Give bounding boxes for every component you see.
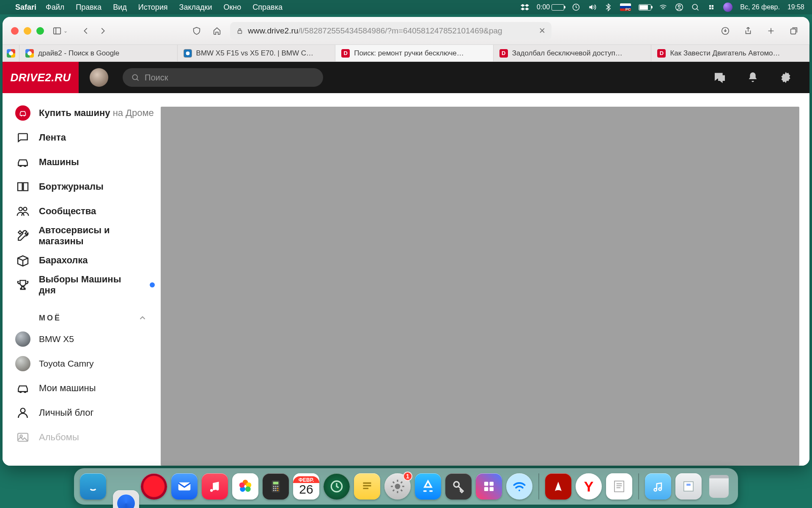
user-icon[interactable] xyxy=(675,3,683,11)
drive2-favicon-icon: D xyxy=(341,49,350,58)
tab-overview-button[interactable] xyxy=(787,25,801,37)
browser-tab[interactable]: DКак Завести Двигатель Автомо… xyxy=(651,45,809,61)
sidebar-icon xyxy=(52,26,62,36)
site-logo[interactable]: DRIVE2.RU xyxy=(3,62,79,93)
svg-point-24 xyxy=(275,486,276,487)
menu-bookmarks[interactable]: Закладки xyxy=(179,3,212,11)
window-close-button[interactable] xyxy=(11,27,19,35)
privacy-report-button[interactable] xyxy=(189,25,204,37)
window-zoom-button[interactable] xyxy=(36,27,44,35)
dock-app-settings[interactable]: 1 xyxy=(384,473,411,500)
sidebar-car-item[interactable]: BMW X5 xyxy=(15,327,155,351)
sidebar-item-my-blog[interactable]: Личный блог xyxy=(15,400,155,425)
bell-icon[interactable] xyxy=(746,71,760,84)
dock-app-notes[interactable] xyxy=(354,473,380,500)
dock-trash[interactable] xyxy=(706,473,732,500)
sidebar-car-item[interactable]: Toyota Camry xyxy=(15,351,155,376)
input-source-flag-icon[interactable] xyxy=(620,3,631,11)
sidebar-item-logbooks[interactable]: Бортжурналы xyxy=(15,174,155,199)
svg-point-3 xyxy=(693,4,698,9)
main-content xyxy=(159,93,809,466)
menubar-app-name[interactable]: Safari xyxy=(15,3,36,12)
wifi-icon[interactable] xyxy=(659,3,667,11)
volume-icon[interactable] xyxy=(588,3,596,11)
svg-point-8 xyxy=(132,75,137,80)
battery-status-1[interactable]: 0:00 xyxy=(537,3,564,11)
sidebar-item-label: Лента xyxy=(39,132,66,143)
menubar-time[interactable]: 19:58 xyxy=(787,3,804,11)
svg-point-31 xyxy=(277,490,278,491)
svg-point-26 xyxy=(273,488,274,489)
dock-app-safari[interactable] xyxy=(113,490,139,508)
dock-app-finder[interactable] xyxy=(80,473,106,500)
pinned-tab[interactable] xyxy=(3,45,19,61)
menu-help[interactable]: Справка xyxy=(252,3,283,11)
stop-reload-button[interactable]: ✕ xyxy=(539,26,546,36)
dock-app-calendar[interactable]: ФЕВР.26 xyxy=(293,473,319,500)
sidebar-item-cars[interactable]: Машины xyxy=(15,150,155,174)
dock-app-opera[interactable] xyxy=(141,473,167,500)
dock-app-photos[interactable] xyxy=(232,473,258,500)
back-button[interactable] xyxy=(79,25,93,37)
dock-app-textedit[interactable] xyxy=(606,473,632,500)
trash-icon xyxy=(709,475,729,498)
browser-tab[interactable]: BMW X5 F15 vs X5 E70. | BMW C… xyxy=(178,45,336,61)
browser-tab[interactable]: DЗадолбал бесключевой доступ… xyxy=(494,45,652,61)
window-minimize-button[interactable] xyxy=(24,27,31,35)
home-button[interactable] xyxy=(210,25,224,37)
sidebar-item-label: Выборы Машины дня xyxy=(39,274,140,296)
dock-app-appstore[interactable] xyxy=(415,473,441,500)
menubar-date[interactable]: Вс, 26 февр. xyxy=(740,3,780,11)
menu-window[interactable]: Окно xyxy=(223,3,241,11)
dock-app-wifi-diagnostics[interactable] xyxy=(506,473,532,500)
svg-rect-40 xyxy=(684,482,693,491)
sidebar-item-label: Альбомы xyxy=(39,432,79,443)
sidebar-item-feed[interactable]: Лента xyxy=(15,125,155,150)
svg-rect-5 xyxy=(238,30,242,33)
svg-rect-4 xyxy=(54,28,61,34)
dock-app-music[interactable] xyxy=(202,473,228,500)
control-center-icon[interactable] xyxy=(707,3,716,11)
dropbox-icon[interactable] xyxy=(521,3,529,11)
browser-tab-active[interactable]: DПоиск: ремонт ручки бесключе… xyxy=(335,45,494,61)
gear-icon[interactable] xyxy=(779,71,793,84)
dock-app-yandex[interactable]: Y xyxy=(576,473,602,500)
sidebar-item-my-cars[interactable]: Мои машины xyxy=(15,376,155,400)
dock-app-calculator[interactable] xyxy=(263,473,289,500)
spotlight-icon[interactable] xyxy=(691,3,700,11)
sidebar-item-cotd[interactable]: Выборы Машины дня xyxy=(15,273,155,297)
menubar-app-icon[interactable] xyxy=(723,3,732,12)
share-button[interactable] xyxy=(741,25,755,37)
dock-app-shortcuts[interactable] xyxy=(476,473,502,500)
browser-tab[interactable]: драйв2 - Поиск в Google xyxy=(19,45,178,61)
menu-edit[interactable]: Правка xyxy=(76,3,102,11)
dock-app-keychain[interactable] xyxy=(445,473,472,500)
dock-app-acrobat[interactable] xyxy=(545,473,571,500)
sidebar-item-buy-car[interactable]: Купить машину на Дроме xyxy=(15,101,155,125)
sidebar-toggle-button[interactable]: ⌄ xyxy=(50,25,70,37)
sidebar-item-albums[interactable]: Альбомы xyxy=(15,425,155,450)
dock-folder-documents[interactable] xyxy=(675,473,702,500)
sidebar-section-mine[interactable]: МОЁ xyxy=(15,309,155,327)
battery-status-2[interactable] xyxy=(639,4,651,11)
messages-icon[interactable] xyxy=(713,71,727,84)
wrench-icon xyxy=(15,228,30,243)
user-avatar[interactable] xyxy=(90,68,108,87)
menu-history[interactable]: История xyxy=(138,3,168,11)
dock-folder-music[interactable] xyxy=(645,473,671,500)
menu-view[interactable]: Вид xyxy=(113,3,127,11)
sidebar-item-market[interactable]: Барахолка xyxy=(15,248,155,273)
address-bar[interactable]: www.drive2.ru/l/582872555434584986/?m=64… xyxy=(230,22,551,40)
new-tab-button[interactable] xyxy=(764,25,778,37)
sidebar-item-services[interactable]: Автосервисы и магазины xyxy=(15,224,155,248)
section-label: МОЁ xyxy=(39,314,61,323)
sidebar-item-communities[interactable]: Сообщества xyxy=(15,199,155,224)
dock-app-timemachine[interactable] xyxy=(324,473,350,500)
dock-app-mail[interactable] xyxy=(171,473,198,500)
downloads-button[interactable] xyxy=(718,25,732,37)
site-search[interactable]: Поиск xyxy=(123,68,323,87)
forward-button[interactable] xyxy=(96,25,110,37)
menu-file[interactable]: Файл xyxy=(46,3,64,11)
time-machine-icon[interactable] xyxy=(572,3,580,11)
bluetooth-icon[interactable] xyxy=(604,3,612,11)
